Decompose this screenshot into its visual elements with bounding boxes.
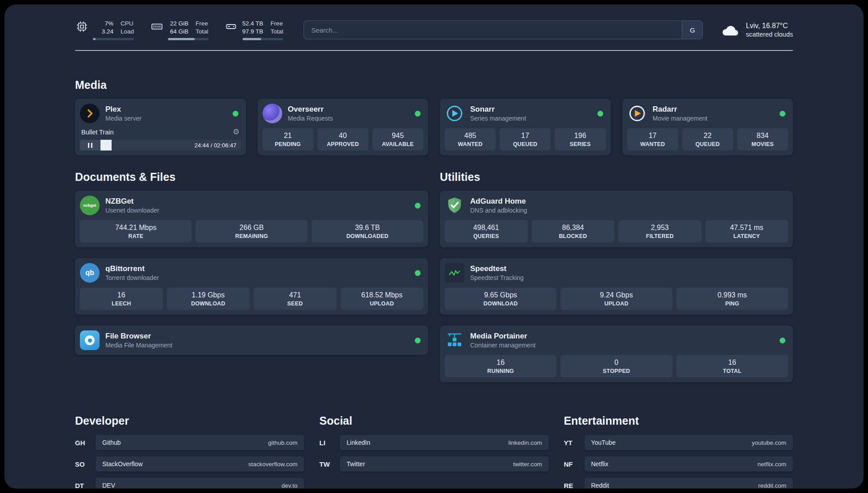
cpu-load-value: 3.24 (93, 28, 113, 36)
app-card-plex[interactable]: Plex Media server Bullet Train ⚙ 24:44 /… (75, 99, 246, 155)
bookmark-abbr: GH (75, 439, 96, 447)
stat-tile: 1.19 Gbps DOWNLOAD (167, 288, 250, 310)
stat-label: QUEUED (684, 141, 731, 147)
section-title-utilities: Utilities (440, 171, 793, 184)
stat-value: 16 (678, 359, 786, 367)
stat-value: 17 (501, 132, 549, 140)
app-card-overseerr[interactable]: Overseerr Media Requests 21 PENDING 40 A… (258, 99, 429, 155)
bookmark-abbr: NF (564, 460, 584, 468)
bookmark-link-stackoverflow[interactable]: StackOverflow stackoverflow.com (96, 456, 304, 472)
disk-progress-bar (242, 38, 284, 40)
stat-value: 471 (255, 291, 335, 299)
bookmark-link-netflix[interactable]: Netflix netflix.com (584, 456, 793, 472)
gear-icon[interactable]: ⚙ (233, 128, 239, 136)
stat-tile: 21 PENDING (263, 128, 313, 150)
app-card-adguard[interactable]: AdGuard Home DNS and adblocking 498,461 … (440, 191, 793, 247)
bookmark-row: NF Netflix netflix.com (564, 456, 793, 472)
stat-label: APPROVED (319, 141, 367, 147)
stat-tile: 9.65 Gbps DOWNLOAD (445, 288, 556, 310)
ram-free-value: 22 GiB (168, 20, 188, 28)
status-dot (780, 338, 785, 343)
stat-tile: 86,384 BLOCKED (532, 220, 615, 242)
bookmark-link-youtube[interactable]: YouTube youtube.com (584, 435, 793, 450)
documents-section: Documents & Files nzbget NZBGet Usenet d… (75, 171, 428, 355)
bookmark-link-twitter[interactable]: Twitter twitter.com (340, 456, 548, 472)
stat-tile: 39.6 TB DOWNLOADED (312, 220, 423, 242)
nzbget-icon: nzbget (80, 196, 100, 215)
stat-value: 945 (374, 132, 421, 140)
filebrowser-icon (80, 330, 100, 350)
stat-value: 834 (739, 132, 786, 140)
app-name: Speedtest (470, 264, 524, 273)
radarr-icon (627, 104, 647, 123)
search-input[interactable] (304, 21, 682, 39)
stat-value: 485 (447, 132, 494, 140)
bookmark-name: YouTube (591, 439, 616, 446)
stat-value: 40 (319, 132, 367, 140)
pause-button[interactable] (80, 140, 100, 150)
app-card-filebrowser[interactable]: File Browser Media File Management (75, 326, 428, 355)
bookmark-group-entertainment: Entertainment YT YouTube youtube.com NF … (564, 414, 793, 489)
stat-value: 744.21 Mbps (82, 224, 190, 232)
cpu-progress-bar (93, 38, 134, 40)
stat-label: WANTED (447, 141, 494, 147)
disk-total-value: 97.9 TB (242, 28, 263, 36)
app-card-radarr[interactable]: Radarr Movie management 17 WANTED 22 QUE… (622, 99, 793, 155)
bookmark-row: LI LinkedIn linkedin.com (319, 435, 548, 450)
cpu-load-label: Load (121, 28, 134, 36)
cpu-metric: 7% 3.24 CPU Load (75, 20, 134, 40)
search-engine-button[interactable]: G (682, 21, 702, 39)
bookmark-link-linkedin[interactable]: LinkedIn linkedin.com (340, 435, 548, 450)
app-subtitle: Movie management (653, 115, 708, 122)
bookmark-url: netflix.com (757, 461, 786, 468)
disk-free-value: 52.4 TB (242, 20, 263, 28)
status-dot (415, 111, 421, 117)
stat-label: TOTAL (678, 368, 786, 374)
topbar-divider (75, 50, 793, 51)
app-card-nzbget[interactable]: nzbget NZBGet Usenet downloader 744.21 M… (75, 191, 428, 247)
app-card-speedtest[interactable]: Speedtest Speedtest Tracking 9.65 Gbps D… (440, 258, 793, 315)
stat-tile: 22 QUEUED (682, 128, 733, 150)
bookmark-link-reddit[interactable]: Reddit reddit.com (584, 478, 793, 489)
app-subtitle: Media File Management (105, 342, 172, 349)
dashboard: 7% 3.24 CPU Load (4, 4, 864, 489)
bookmark-link-dev[interactable]: DEV dev.to (96, 478, 304, 489)
app-card-qbittorrent[interactable]: qb qBittorrent Torrent downloader 16 LEE… (75, 258, 428, 315)
stat-label: SEED (255, 301, 335, 307)
bookmark-name: StackOverflow (102, 460, 142, 468)
app-subtitle: Media Requests (288, 115, 333, 122)
app-name: Radarr (653, 105, 708, 114)
app-card-sonarr[interactable]: Sonarr Series management 485 WANTED 17 Q… (440, 99, 611, 155)
overseerr-icon (263, 104, 282, 123)
media-section: Plex Media server Bullet Train ⚙ 24:44 /… (75, 99, 793, 155)
bookmark-abbr: TW (319, 460, 340, 468)
stat-label: MOVIES (739, 141, 786, 147)
bookmark-url: youtube.com (752, 439, 786, 446)
app-card-portainer[interactable]: Media Portainer Container management 16 … (440, 326, 793, 382)
weather-condition: scattered clouds (746, 31, 793, 38)
stat-label: LEECH (82, 301, 161, 307)
status-dot (415, 270, 421, 276)
bookmark-name: Reddit (591, 482, 609, 489)
stat-label: WANTED (629, 141, 676, 147)
stat-tile: 485 WANTED (445, 128, 496, 150)
app-name: qBittorrent (105, 264, 159, 273)
bookmark-abbr: LI (319, 439, 340, 447)
section-title-developer: Developer (75, 414, 304, 427)
bookmark-url: reddit.com (758, 482, 786, 489)
disk-total-label: Total (271, 28, 284, 36)
app-subtitle: Media server (105, 115, 142, 122)
stat-label: QUEUED (501, 141, 549, 147)
playback-progress-bar[interactable]: 24:44 / 02:06:47 (100, 140, 241, 150)
stat-value: 21 (264, 132, 312, 140)
stat-value: 16 (447, 359, 555, 367)
bookmark-abbr: DT (75, 482, 96, 489)
stat-value: 47.571 ms (707, 224, 787, 232)
stat-label: RATE (82, 233, 190, 239)
stat-label: STOPPED (562, 368, 670, 374)
ram-total-value: 64 GiB (168, 28, 188, 36)
bookmark-link-github[interactable]: Github github.com (96, 435, 304, 450)
search-bar[interactable]: G (304, 21, 703, 39)
app-name: Media Portainer (470, 332, 535, 341)
stat-value: 22 (684, 132, 731, 140)
